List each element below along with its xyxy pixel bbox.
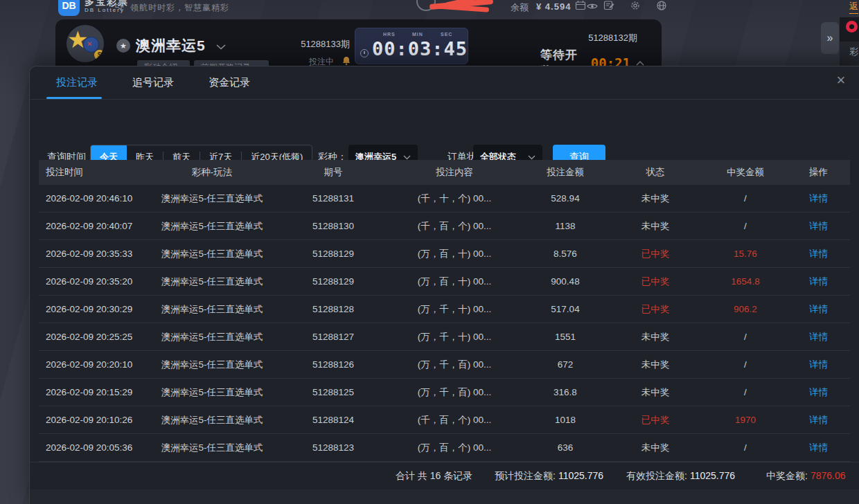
cell-status: 已中奖	[607, 248, 704, 260]
column-header-7: 操作	[787, 166, 850, 179]
cell-bet-time: 2026-02-09 20:10:26	[39, 415, 143, 425]
draw-countdown-timer: HRS MIN SEC 00:03:45	[355, 28, 468, 64]
language-globe-icon[interactable]	[656, 0, 667, 11]
cell-bet-content: (万，千，百) 00...	[385, 386, 524, 399]
alarm-clock-icon	[360, 49, 369, 57]
cell-status: 未中奖	[607, 331, 704, 343]
detail-link[interactable]: 详情	[809, 359, 828, 370]
cell-bet-content: (万，百，个) 00...	[385, 442, 524, 454]
column-header-6: 中奖金额	[704, 166, 787, 179]
summary-row: 合计 共 16 条记录 预计投注金额:11025.776 有效投注金额:1102…	[30, 462, 859, 489]
table-row: 2026-02-09 20:35:20澳洲幸运5-任三直选单式51288129(…	[39, 268, 850, 296]
column-header-2: 期号	[281, 166, 385, 179]
collapse-chevron-up-icon[interactable]	[636, 61, 644, 66]
column-header-4: 投注金额	[524, 166, 607, 179]
timer-sec-label: SEC	[441, 32, 452, 37]
cell-status: 已中奖	[607, 276, 704, 288]
cell-bet-content: (万，百，十) 00...	[385, 248, 524, 260]
table-body: 2026-02-09 20:46:10澳洲幸运5-任三直选单式51288131(…	[39, 185, 850, 462]
detail-link[interactable]: 详情	[809, 249, 828, 259]
lottery-switch-chevron-down-icon[interactable]	[216, 44, 226, 50]
detail-link[interactable]: 详情	[809, 415, 828, 425]
cell-bet-time: 2026-02-09 20:15:29	[39, 387, 143, 397]
total-records-text: 合计 共 16 条记录	[396, 470, 472, 483]
announcement-megaphone-icon	[115, 1, 125, 10]
detail-link[interactable]: 详情	[809, 304, 828, 314]
cell-play-type: 澳洲幸运5-任三直选单式	[143, 386, 281, 399]
lottery-mascot-avatar: ★ ✕ $	[67, 25, 104, 62]
mascot-money-ball-icon: $	[94, 50, 104, 60]
cell-issue: 51288129	[281, 249, 385, 259]
close-icon[interactable]: ×	[833, 72, 849, 89]
cell-issue: 51288127	[281, 332, 385, 342]
corner-partial-link[interactable]: 返	[849, 0, 858, 14]
cell-prize: /	[704, 193, 787, 204]
table-row: 2026-02-09 20:35:33澳洲幸运5-任三直选单式51288129(…	[39, 240, 850, 268]
cell-status: 已中奖	[607, 303, 704, 316]
detail-link[interactable]: 详情	[809, 276, 828, 287]
settings-gear-icon[interactable]	[630, 0, 641, 11]
table-row: 2026-02-09 20:05:36澳洲幸运5-任三直选单式51288123(…	[39, 434, 850, 462]
detail-link[interactable]: 详情	[809, 442, 828, 453]
cell-issue: 51288129	[281, 276, 385, 287]
waiting-issue-number: 51288132期	[533, 32, 637, 44]
balance-visibility-eye-icon[interactable]	[587, 3, 598, 10]
cell-prize: 906.2	[704, 304, 787, 314]
chevron-down-icon	[403, 155, 411, 160]
cell-bet-time: 2026-02-09 20:20:10	[39, 359, 143, 370]
valid-bet-amount: 有效投注金额:11025.776	[626, 470, 735, 483]
cell-issue: 51288125	[281, 387, 385, 397]
site-logo[interactable]: DB	[58, 0, 80, 16]
sidebar-expand-button[interactable]: »	[821, 22, 839, 54]
cell-prize: 1654.8	[704, 276, 787, 287]
tab-chase-records[interactable]: 追号记录	[132, 66, 174, 99]
column-header-0: 投注时间	[39, 166, 143, 179]
detail-link[interactable]: 详情	[809, 221, 828, 231]
cell-bet-content: (千，百，个) 00...	[385, 414, 524, 426]
side-panel-label: 彩	[849, 46, 858, 58]
detail-link[interactable]: 详情	[809, 193, 828, 204]
cell-issue: 51288123	[281, 442, 385, 453]
record-ring-icon[interactable]	[846, 21, 858, 33]
cell-bet-time: 2026-02-09 20:05:36	[39, 442, 143, 453]
cell-prize: /	[704, 332, 787, 342]
cell-bet-content: (万，百，十) 00...	[385, 276, 524, 288]
lottery-name: 澳洲幸运5	[136, 36, 206, 55]
cell-bet-time: 2026-02-09 20:40:07	[39, 221, 143, 231]
cell-issue: 51288124	[281, 415, 385, 425]
cell-play-type: 澳洲幸运5-任三直选单式	[143, 276, 281, 288]
game-banner: ★ ✕ $ ★ 澳洲幸运5 彩种介绍 前期开奖记录 51288133期 投注中 …	[55, 19, 662, 66]
table-header-row: 投注时间彩种-玩法期号投注内容投注金额状态中奖金额操作	[39, 160, 850, 185]
report-note-icon[interactable]	[603, 0, 614, 10]
calendar-icon[interactable]	[575, 0, 586, 10]
modal-bottom-strip	[30, 489, 859, 504]
cell-status: 未中奖	[607, 386, 704, 399]
cell-play-type: 澳洲幸运5-任三直选单式	[143, 414, 281, 426]
cell-bet-amount: 316.8	[524, 387, 607, 397]
cell-bet-time: 2026-02-09 20:30:29	[39, 304, 143, 314]
tab-funds-records[interactable]: 资金记录	[209, 66, 250, 99]
balance-value: ¥ 4.594	[536, 1, 571, 12]
total-prize-amount: 中奖金额:7876.06	[766, 470, 846, 483]
cell-bet-time: 2026-02-09 20:46:10	[39, 193, 143, 204]
cell-bet-amount: 636	[524, 442, 607, 453]
cell-bet-amount: 528.94	[524, 193, 607, 204]
cell-bet-amount: 8.576	[524, 249, 607, 259]
table-row: 2026-02-09 20:46:10澳洲幸运5-任三直选单式51288131(…	[39, 185, 850, 213]
timer-min-label: MIN	[412, 32, 423, 37]
tab-betting-records[interactable]: 投注记录	[56, 66, 98, 99]
cell-bet-content: (万，千，十) 00...	[385, 331, 524, 343]
favorite-star-icon[interactable]: ★	[116, 39, 130, 53]
cell-prize: /	[704, 442, 787, 453]
cell-play-type: 澳洲幸运5-任三直选单式	[143, 442, 281, 454]
cell-play-type: 澳洲幸运5-任三直选单式	[143, 359, 281, 371]
cell-play-type: 澳洲幸运5-任三直选单式	[143, 192, 281, 205]
cell-issue: 51288128	[281, 304, 385, 314]
bell-icon	[342, 56, 351, 65]
cell-bet-amount: 1018	[524, 415, 607, 425]
cell-bet-time: 2026-02-09 20:35:33	[39, 249, 143, 259]
detail-link[interactable]: 详情	[809, 387, 828, 397]
expected-bet-amount: 预计投注金额:11025.776	[495, 470, 603, 483]
detail-link[interactable]: 详情	[809, 332, 828, 342]
cell-bet-amount: 1551	[524, 332, 607, 342]
